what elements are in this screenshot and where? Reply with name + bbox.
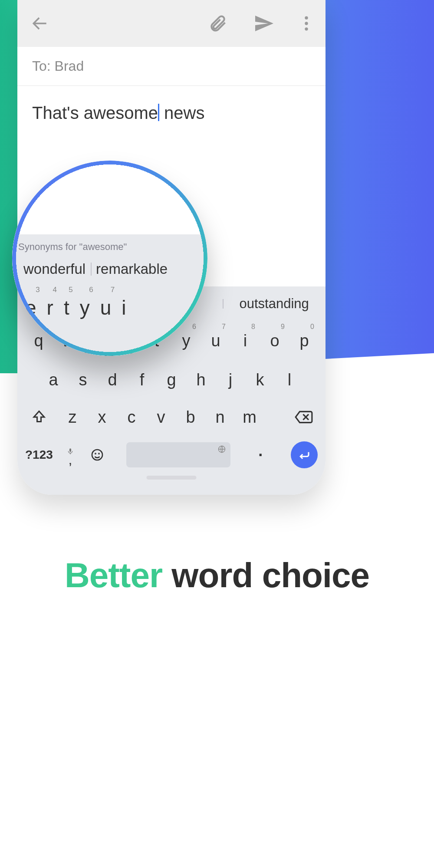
- key-j[interactable]: j: [218, 362, 243, 398]
- key-p[interactable]: p0: [292, 323, 317, 358]
- shift-key[interactable]: [23, 399, 56, 435]
- period-key[interactable]: .: [250, 442, 271, 468]
- to-label: To:: [32, 58, 51, 74]
- suggestion-3[interactable]: outstanding: [223, 296, 326, 312]
- magnifier-ring: [12, 161, 207, 356]
- key-x[interactable]: x: [89, 399, 115, 435]
- enter-key[interactable]: [291, 441, 318, 468]
- key-k[interactable]: k: [247, 362, 273, 398]
- headline-accent: Better: [65, 556, 162, 595]
- emoji-key[interactable]: [88, 441, 107, 469]
- attachment-icon[interactable]: [208, 14, 227, 33]
- svg-point-4: [92, 450, 102, 460]
- back-icon[interactable]: [30, 14, 49, 33]
- more-icon[interactable]: [300, 14, 312, 33]
- key-u[interactable]: u7: [203, 323, 228, 358]
- key-l[interactable]: l: [277, 362, 302, 398]
- key-o[interactable]: o9: [262, 323, 287, 358]
- key-i[interactable]: i8: [233, 323, 258, 358]
- globe-icon: [217, 445, 226, 455]
- svg-point-2: [305, 27, 308, 30]
- svg-point-6: [99, 454, 99, 454]
- backspace-key[interactable]: [287, 399, 320, 435]
- send-icon[interactable]: [253, 13, 274, 34]
- key-row-fn: ?123 , .: [17, 435, 326, 475]
- symbols-key[interactable]: ?123: [25, 441, 53, 469]
- key-v[interactable]: v: [148, 399, 174, 435]
- svg-point-0: [305, 16, 308, 20]
- to-value: Brad: [55, 58, 84, 74]
- space-key[interactable]: [126, 442, 230, 467]
- key-a[interactable]: a: [41, 362, 66, 398]
- comma-mic-key[interactable]: ,: [61, 441, 80, 469]
- key-d[interactable]: d: [100, 362, 125, 398]
- key-c[interactable]: c: [119, 399, 144, 435]
- headline-rest: word choice: [162, 556, 369, 595]
- compose-after-cursor: news: [159, 103, 205, 122]
- home-indicator: [147, 476, 197, 480]
- key-b[interactable]: b: [178, 399, 203, 435]
- key-row-3: zxcvbnm: [17, 399, 326, 435]
- compose-header: [17, 0, 326, 47]
- compose-before-cursor: That's awesome: [32, 103, 158, 122]
- key-z[interactable]: z: [60, 399, 85, 435]
- key-s[interactable]: s: [70, 362, 95, 398]
- key-g[interactable]: g: [159, 362, 184, 398]
- to-field[interactable]: To: Brad: [17, 47, 326, 86]
- key-f[interactable]: f: [129, 362, 155, 398]
- svg-point-1: [305, 22, 308, 25]
- marketing-headline: Better word choice: [0, 556, 434, 595]
- key-row-2: asdfghjkl: [17, 360, 326, 399]
- svg-point-5: [95, 454, 95, 454]
- key-n[interactable]: n: [207, 399, 233, 435]
- key-h[interactable]: h: [188, 362, 214, 398]
- key-m[interactable]: m: [237, 399, 262, 435]
